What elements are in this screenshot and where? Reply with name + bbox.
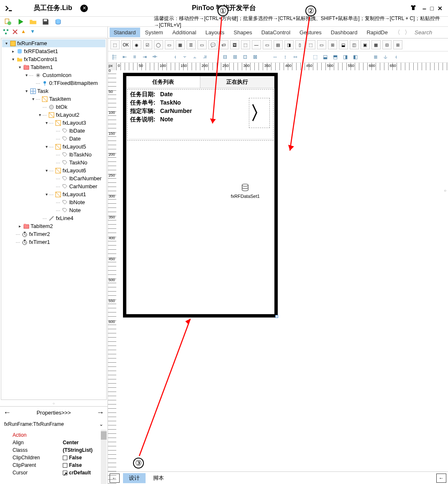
align-button[interactable]: ⊡ bbox=[241, 53, 249, 61]
prop-row[interactable]: ClipParentFalse bbox=[4, 461, 103, 469]
search-input[interactable] bbox=[413, 28, 446, 36]
palette-item[interactable]: ⬓ bbox=[339, 40, 348, 49]
tree-node[interactable]: ····btOk bbox=[2, 103, 105, 111]
palette-item[interactable]: ▦ bbox=[371, 40, 381, 49]
align-button[interactable]: ⬓ bbox=[321, 53, 330, 61]
open-icon[interactable] bbox=[29, 18, 37, 26]
palette-item[interactable]: ▭ bbox=[197, 40, 207, 49]
tree-node[interactable]: ▾····CustomIcon bbox=[2, 71, 105, 79]
comp-tab-additional[interactable]: Additional bbox=[168, 28, 200, 37]
tree-node[interactable]: ····TaskNo bbox=[2, 159, 105, 166]
tree-node[interactable]: ▾fxRunFrame bbox=[2, 39, 105, 47]
tree-node[interactable]: ····lbCarNumber bbox=[2, 174, 105, 182]
align-button[interactable]: ⬒ bbox=[331, 53, 340, 61]
down-icon[interactable]: ▼ bbox=[30, 28, 37, 35]
palette-item[interactable]: ▭ bbox=[317, 40, 326, 49]
selection-handle[interactable] bbox=[275, 315, 278, 318]
props-next[interactable]: → bbox=[97, 408, 104, 417]
align-button[interactable]: ⬱ bbox=[110, 53, 119, 61]
prop-row[interactable]: Cursor↗crDefault bbox=[4, 469, 103, 476]
align-button[interactable]: ⊠ bbox=[251, 53, 259, 61]
align-button[interactable]: ⫞ bbox=[392, 53, 400, 61]
tree-node[interactable]: ····lbTaskNo bbox=[2, 151, 105, 159]
palette-item[interactable]: ⬚ bbox=[110, 40, 120, 49]
tree-node[interactable]: ▾Task bbox=[2, 87, 105, 95]
tree-node[interactable]: ▾····fxLayout3 bbox=[2, 119, 105, 127]
forward-button[interactable]: ← bbox=[436, 474, 446, 483]
palette-item[interactable]: ◉ bbox=[132, 40, 141, 49]
palette-item[interactable]: ▣ bbox=[361, 40, 370, 49]
tree-node[interactable]: ····lbNote bbox=[2, 198, 105, 206]
palette-item[interactable]: ⬚ bbox=[241, 40, 250, 49]
palette-item[interactable]: ▭ bbox=[165, 40, 174, 49]
run-icon[interactable] bbox=[17, 18, 24, 26]
tree-node[interactable]: ▾····fxLayout2 bbox=[2, 111, 105, 119]
tree-node[interactable]: ▸TabItem2 bbox=[2, 222, 105, 230]
align-button[interactable]: ◨ bbox=[341, 53, 350, 61]
tabs-next[interactable]: 〉 bbox=[403, 29, 412, 36]
align-button[interactable]: ⫠ bbox=[191, 53, 199, 61]
palette-item[interactable]: 🖼 bbox=[230, 40, 239, 49]
tree-node[interactable]: ····CarNumber bbox=[2, 182, 105, 190]
up-icon[interactable]: ▲ bbox=[21, 28, 28, 35]
prop-scrollbar[interactable] bbox=[101, 430, 107, 484]
tree-node[interactable]: ▾····fxLayout1 bbox=[2, 190, 105, 198]
chevron-right-icon[interactable]: 〉 bbox=[249, 98, 270, 128]
palette-item[interactable]: ☑ bbox=[143, 40, 152, 49]
palette-item[interactable]: ▤ bbox=[274, 40, 283, 49]
maximize-button[interactable]: □ bbox=[430, 5, 433, 12]
task-item[interactable]: 任务日期:Date任务单号:TaskNo指定车辆:CarNumber任务说明:N… bbox=[127, 89, 274, 141]
align-button[interactable] bbox=[261, 53, 269, 61]
comp-tab-shapes[interactable]: Shapes bbox=[230, 28, 256, 37]
tree-node[interactable]: ▾fxTabControl1 bbox=[2, 55, 105, 63]
tree-node[interactable]: ····fxTimer1 bbox=[2, 238, 105, 246]
tree-container[interactable]: ▾fxRunFrame▸fxRFDataSet1▾fxTabControl1▾T… bbox=[1, 38, 107, 400]
tree-node[interactable]: ····lbDate bbox=[2, 127, 105, 135]
comp-tab-standard[interactable]: Standard bbox=[110, 28, 140, 37]
comp-tab-rapidde[interactable]: RapidDe bbox=[362, 28, 392, 37]
tab-script[interactable]: 脚本 bbox=[147, 473, 170, 483]
new-icon[interactable] bbox=[4, 18, 12, 26]
tree-node[interactable]: ····fxTimer2 bbox=[2, 230, 105, 238]
align-button[interactable] bbox=[161, 53, 169, 61]
close-doc-button[interactable]: ✕ bbox=[80, 5, 88, 12]
shirt-icon[interactable] bbox=[410, 4, 417, 13]
collapse-icon[interactable] bbox=[12, 28, 18, 35]
align-button[interactable]: ≣ bbox=[371, 53, 380, 61]
prop-row[interactable]: Action bbox=[4, 431, 103, 439]
palette-item[interactable]: ⊟ bbox=[382, 40, 392, 49]
align-button[interactable]: ⬲ bbox=[151, 53, 159, 61]
align-button[interactable]: ◧ bbox=[351, 53, 360, 61]
tree-node[interactable]: ▾TabItem1 bbox=[2, 63, 105, 71]
align-button[interactable] bbox=[361, 53, 370, 61]
tree-node[interactable]: ▾····fxLayout6 bbox=[2, 166, 105, 174]
db-icon[interactable] bbox=[54, 18, 62, 26]
tree-node[interactable]: ▸fxRFDataSet1 bbox=[2, 47, 105, 55]
object-expand[interactable]: ⌄ bbox=[99, 421, 103, 427]
prop-row[interactable]: AlignCenter bbox=[4, 439, 103, 446]
palette-item[interactable]: ⊞ bbox=[393, 40, 402, 49]
align-button[interactable]: ↔ bbox=[271, 53, 279, 61]
palette-item[interactable]: OK bbox=[121, 40, 131, 49]
palette-item[interactable]: ◫ bbox=[350, 40, 359, 49]
close-button[interactable]: ✕ bbox=[438, 5, 443, 12]
comp-tab-dashboard[interactable]: Dashboard bbox=[327, 28, 362, 37]
align-button[interactable]: ⇥ bbox=[141, 53, 149, 61]
props-prev[interactable]: ← bbox=[3, 408, 11, 417]
tab-design[interactable]: 设计 bbox=[123, 473, 146, 483]
tree-node[interactable]: ····Date bbox=[2, 135, 105, 143]
phone-tab-1[interactable]: 任务列表 bbox=[126, 76, 200, 88]
palette-item[interactable]: ☰ bbox=[187, 40, 196, 49]
save-icon[interactable] bbox=[42, 18, 49, 26]
expand-icon[interactable] bbox=[3, 28, 9, 35]
palette-item[interactable]: ▭ bbox=[263, 40, 272, 49]
comp-tab-system[interactable]: System bbox=[141, 28, 167, 37]
property-grid[interactable]: ActionAlignCenterClasss(TStringList)Clip… bbox=[0, 430, 108, 484]
align-button[interactable]: ⊞ bbox=[231, 53, 239, 61]
palette-item[interactable]: ⊞ bbox=[328, 40, 337, 49]
align-button[interactable]: ≡ bbox=[131, 53, 139, 61]
phone-frame[interactable]: 任务列表 正在执行 任务日期:Date任务单号:TaskNo指定车辆:CarNu… bbox=[123, 73, 278, 318]
align-button[interactable]: ⇤ bbox=[120, 53, 129, 61]
minimize-button[interactable]: ‒ bbox=[422, 5, 426, 12]
palette-item[interactable]: ▦ bbox=[176, 40, 185, 49]
